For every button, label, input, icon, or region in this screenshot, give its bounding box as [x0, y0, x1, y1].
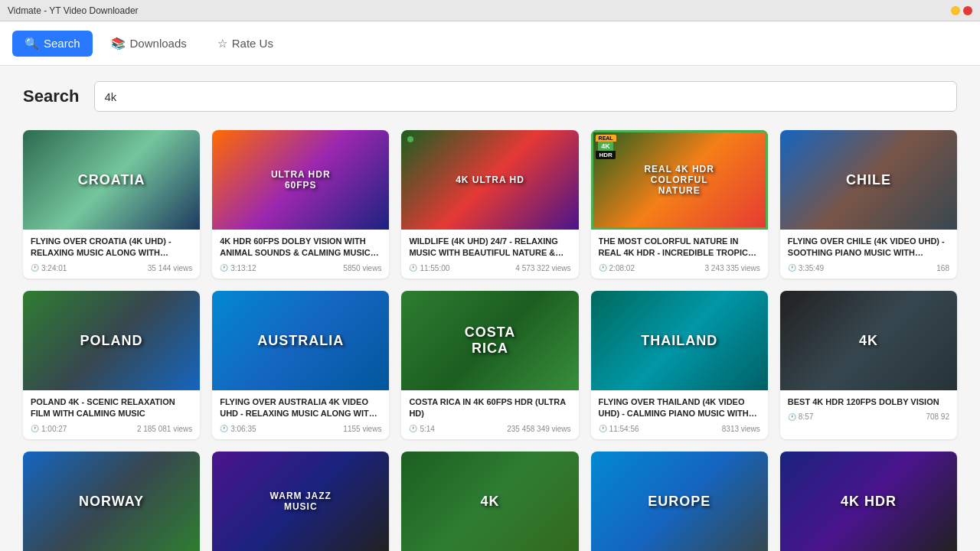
- video-grid: CROATIAFLYING OVER CROATIA (4K UHD) - RE…: [23, 130, 957, 551]
- video-title-chile: FLYING OVER CHILE (4K VIDEO UHD) - SOOTH…: [788, 236, 949, 259]
- video-thumb-australia: AUSTRALIA: [212, 291, 389, 390]
- title-bar: Vidmate - YT Video Downloader: [0, 0, 980, 21]
- video-thumb-chile: CHILE: [780, 130, 957, 230]
- thumb-label-poland: POLAND: [80, 332, 143, 348]
- video-views-australia: 1155 views: [343, 425, 381, 433]
- video-thumb-costarica: COSTA RICA: [401, 291, 578, 390]
- video-thumb-jazz: WARM JAZZ MUSIC: [212, 452, 389, 551]
- video-meta-thailand: 🕐 11:54:568313 views: [599, 425, 760, 433]
- thumb-label-croatia: CROATIA: [78, 172, 145, 188]
- clock-icon: 🕐: [409, 264, 417, 272]
- clock-icon: 🕐: [788, 413, 796, 421]
- video-title-wildlife: WILDLIFE (4K UHD) 24/7 - RELAXING MUSIC …: [409, 236, 570, 259]
- video-card-thailand[interactable]: THAILANDFLYING OVER THAILAND (4K VIDEO U…: [591, 291, 768, 439]
- thumb-label-uhd120: 4K HDR: [841, 493, 897, 509]
- search-nav-button[interactable]: 🔍 Search: [12, 31, 93, 57]
- video-duration-hdrvision: 🕐 3:13:12: [220, 264, 256, 272]
- video-title-australia: FLYING OVER AUSTRALIA 4K VIDEO UHD - REL…: [220, 396, 381, 420]
- downloads-nav-icon: 📚: [111, 37, 126, 51]
- app-title: Vidmate - YT Video Downloader: [8, 5, 139, 16]
- video-views-bestHDR: 708 92: [926, 412, 949, 421]
- video-card-hdrvision[interactable]: ULTRA HDR 60FPS4K HDR 60FPS DOLBY VISION…: [212, 130, 389, 279]
- video-title-bestHDR: BEST 4K HDR 120FPS DOLBY VISION: [788, 396, 949, 408]
- video-views-thailand: 8313 views: [722, 425, 760, 433]
- clock-icon: 🕐: [788, 264, 796, 272]
- video-duration-bestHDR: 🕐 8:57: [788, 412, 813, 421]
- video-meta-costarica: 🕐 5:14235 458 349 views: [409, 425, 570, 433]
- rate-nav-label: Rate Us: [232, 37, 273, 50]
- thumb-label-chile: CHILE: [846, 172, 891, 188]
- video-card-poland[interactable]: POLANDPOLAND 4K - SCENIC RELAXATION FILM…: [23, 291, 200, 439]
- video-card-chile[interactable]: CHILEFLYING OVER CHILE (4K VIDEO UHD) - …: [780, 130, 957, 279]
- video-meta-poland: 🕐 1:00:272 185 081 views: [31, 425, 192, 433]
- video-card-costarica[interactable]: COSTA RICACOSTA RICA IN 4K 60FPS HDR (UL…: [401, 291, 578, 439]
- video-meta-bestHDR: 🕐 8:57708 92: [788, 412, 949, 421]
- clock-icon: 🕐: [220, 264, 228, 272]
- hdr-badge: REAL4KHDR: [596, 135, 616, 159]
- video-thumb-norway: NORWAY: [23, 452, 200, 551]
- video-duration-croatia: 🕐 3:24:01: [31, 264, 67, 272]
- search-nav-icon: 🔍: [24, 37, 39, 51]
- video-thumb-thailand: THAILAND: [591, 291, 768, 390]
- video-card-australia[interactable]: AUSTRALIAFLYING OVER AUSTRALIA 4K VIDEO …: [212, 291, 389, 439]
- thumb-label-bestHDR: 4K: [859, 332, 878, 348]
- clock-icon: 🕐: [220, 425, 228, 432]
- video-thumb-poland: POLAND: [23, 291, 200, 390]
- window-controls: [951, 6, 972, 15]
- video-views-wildlife: 4 573 322 views: [515, 264, 570, 272]
- thumb-label-norway: NORWAY: [79, 493, 144, 509]
- search-section-label: Search: [23, 86, 79, 106]
- video-title-thailand: FLYING OVER THAILAND (4K VIDEO UHD) - CA…: [599, 396, 760, 420]
- thumb-label-colorfulnature: REAL 4K HDR COLORFUL NATURE: [635, 164, 724, 196]
- minimize-button[interactable]: [951, 6, 960, 15]
- video-views-chile: 168: [936, 264, 949, 272]
- navbar: 🔍 Search 📚 Downloads ☆ Rate Us: [0, 21, 980, 66]
- video-card-wildlife[interactable]: 4K ULTRA HDWILDLIFE (4K UHD) 24/7 - RELA…: [401, 130, 578, 279]
- video-card-jazz[interactable]: WARM JAZZ MUSICWARM JAZZ MUSIC - Coffee …: [212, 452, 389, 551]
- video-duration-australia: 🕐 3:06:35: [220, 425, 256, 433]
- thumb-label-bird: 4K: [480, 493, 499, 509]
- rate-nav-icon: ☆: [217, 37, 227, 51]
- search-nav-label: Search: [44, 37, 80, 50]
- video-views-hdrvision: 5850 views: [343, 264, 381, 272]
- video-thumb-croatia: CROATIA: [23, 130, 200, 230]
- video-meta-chile: 🕐 3:35:49168: [788, 264, 949, 272]
- video-card-croatia[interactable]: CROATIAFLYING OVER CROATIA (4K UHD) - RE…: [23, 130, 200, 279]
- video-thumb-bestHDR: 4K: [780, 291, 957, 390]
- video-meta-hdrvision: 🕐 3:13:125850 views: [220, 264, 381, 272]
- video-meta-croatia: 🕐 3:24:0135 144 views: [31, 264, 192, 272]
- video-card-colorfulnature[interactable]: REAL 4K HDR COLORFUL NATUREREAL4KHDRTHE …: [591, 130, 768, 279]
- close-button[interactable]: [963, 6, 972, 15]
- video-card-europe[interactable]: EUROPEEUROPE WORLD 4K: [591, 452, 768, 551]
- thumb-label-australia: AUSTRALIA: [257, 332, 344, 348]
- video-card-bird[interactable]: 4K4K Bird Video: [401, 452, 578, 551]
- video-views-colorfulnature: 3 243 335 views: [705, 264, 760, 272]
- video-meta-australia: 🕐 3:06:351155 views: [220, 425, 381, 433]
- video-meta-colorfulnature: 🕐 2:08:023 243 335 views: [599, 264, 760, 272]
- downloads-nav-label: Downloads: [130, 37, 187, 50]
- video-card-uhd120[interactable]: 4K HDRSpecial Edition UHD 120FPS 4K HDR: [780, 452, 957, 551]
- video-meta-wildlife: 🕐 11:55:004 573 322 views: [409, 264, 570, 272]
- video-duration-costarica: 🕐 5:14: [409, 425, 434, 433]
- video-title-costarica: COSTA RICA IN 4K 60FPS HDR (ULTRA HD): [409, 396, 570, 420]
- clock-icon: 🕐: [599, 425, 607, 432]
- thumb-label-thailand: THAILAND: [641, 332, 717, 348]
- video-thumb-colorfulnature: REAL 4K HDR COLORFUL NATUREREAL4KHDR: [591, 130, 768, 230]
- video-views-poland: 2 185 081 views: [137, 425, 192, 433]
- downloads-nav-button[interactable]: 📚 Downloads: [99, 31, 199, 57]
- thumb-label-jazz: WARM JAZZ MUSIC: [256, 491, 345, 512]
- thumb-label-wildlife: 4K ULTRA HD: [456, 174, 524, 185]
- video-title-colorfulnature: THE MOST COLORFUL NATURE IN REAL 4K HDR …: [599, 236, 760, 259]
- clock-icon: 🕐: [31, 425, 39, 432]
- video-duration-poland: 🕐 1:00:27: [31, 425, 67, 433]
- video-card-norway[interactable]: NORWAYNORWAY 4K: [23, 452, 200, 551]
- video-title-croatia: FLYING OVER CROATIA (4K UHD) - RELAXING …: [31, 236, 192, 259]
- video-thumb-uhd120: 4K HDR: [780, 452, 957, 551]
- thumb-label-costarica: COSTA RICA: [446, 324, 534, 357]
- video-card-bestHDR[interactable]: 4KBEST 4K HDR 120FPS DOLBY VISION🕐 8:577…: [780, 291, 957, 439]
- main-content: Search CROATIAFLYING OVER CROATIA (4K UH…: [0, 66, 980, 551]
- thumb-label-europe: EUROPE: [648, 493, 710, 509]
- thumb-label-hdrvision: ULTRA HDR 60FPS: [271, 169, 331, 191]
- rate-nav-button[interactable]: ☆ Rate Us: [205, 31, 286, 57]
- search-input[interactable]: [94, 81, 957, 112]
